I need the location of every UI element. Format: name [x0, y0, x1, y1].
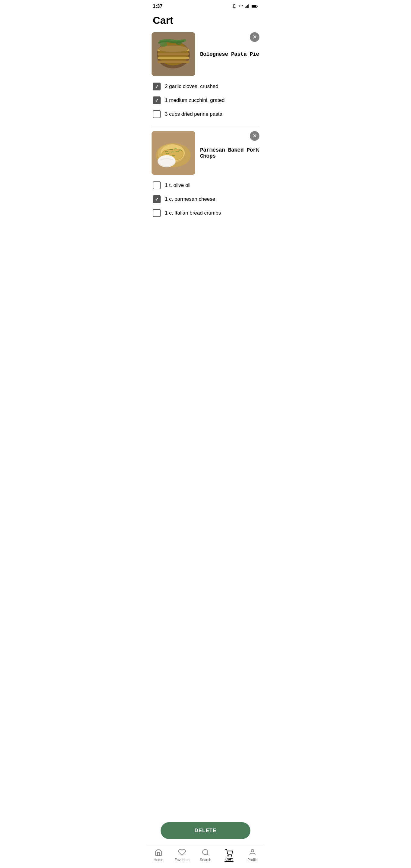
recipe-title-bolognese: Bolognese Pasta Pie	[200, 51, 259, 57]
ingredient-text-1: 2 garlic cloves, crushed	[165, 84, 218, 90]
ingredient-item: 1 medium zucchini, grated	[152, 93, 259, 107]
ingredient-checkbox-3[interactable]	[153, 110, 161, 118]
recipe-title-pork: Parmesan Baked Pork Chops	[200, 147, 259, 159]
signal-icon	[245, 4, 250, 9]
recipe-header-pork: Parmesan Baked Pork Chops	[152, 131, 259, 175]
status-time: 1:37	[153, 4, 162, 9]
svg-rect-2	[247, 5, 248, 8]
recipe-image-pork	[152, 131, 195, 175]
wifi-icon	[238, 4, 243, 9]
remove-pork-button[interactable]: ✕	[250, 131, 259, 141]
recipe-header-bolognese: Bolognese Pasta Pie	[152, 32, 259, 76]
scroll-area: ✕ B	[147, 32, 264, 255]
pasta-image-svg	[152, 32, 195, 76]
ingredient-item: 3 cups dried penne pasta	[152, 107, 259, 121]
pork-image-svg	[152, 131, 195, 175]
ingredient-checkbox-2[interactable]	[153, 96, 161, 104]
ingredient-text-5: 1 c. parmesan cheese	[165, 196, 215, 202]
ingredient-checkbox-4[interactable]	[153, 181, 161, 189]
ingredient-item: 1 c. parmesan cheese	[152, 192, 259, 206]
ingredient-text-4: 1 t. olive oil	[165, 182, 190, 188]
notification-icon	[232, 4, 236, 9]
svg-rect-3	[248, 4, 249, 8]
ingredient-item: 1 t. olive oil	[152, 179, 259, 192]
svg-rect-17	[152, 32, 195, 76]
status-bar: 1:37	[147, 0, 264, 11]
divider	[152, 126, 259, 126]
ingredient-item: 2 garlic cloves, crushed	[152, 80, 259, 93]
recipe-card-bolognese: ✕ B	[152, 32, 259, 121]
remove-bolognese-button[interactable]: ✕	[250, 32, 259, 42]
svg-rect-0	[245, 7, 246, 8]
recipe-image-bolognese	[152, 32, 195, 76]
svg-rect-5	[252, 5, 256, 7]
status-icons	[232, 4, 258, 9]
ingredient-item: 1 c. Italian bread crumbs	[152, 206, 259, 220]
ingredient-text-3: 3 cups dried penne pasta	[165, 111, 222, 117]
ingredient-checkbox-6[interactable]	[153, 209, 161, 217]
ingredient-text-2: 1 medium zucchini, grated	[165, 97, 224, 103]
battery-icon	[252, 4, 258, 8]
svg-rect-1	[247, 6, 247, 8]
ingredient-checkbox-5[interactable]	[153, 195, 161, 203]
recipe-card-pork: ✕	[152, 131, 259, 220]
page-title: Cart	[147, 11, 264, 32]
ingredient-checkbox-1[interactable]	[153, 83, 161, 90]
svg-rect-25	[152, 131, 195, 175]
ingredient-text-6: 1 c. Italian bread crumbs	[165, 210, 221, 216]
